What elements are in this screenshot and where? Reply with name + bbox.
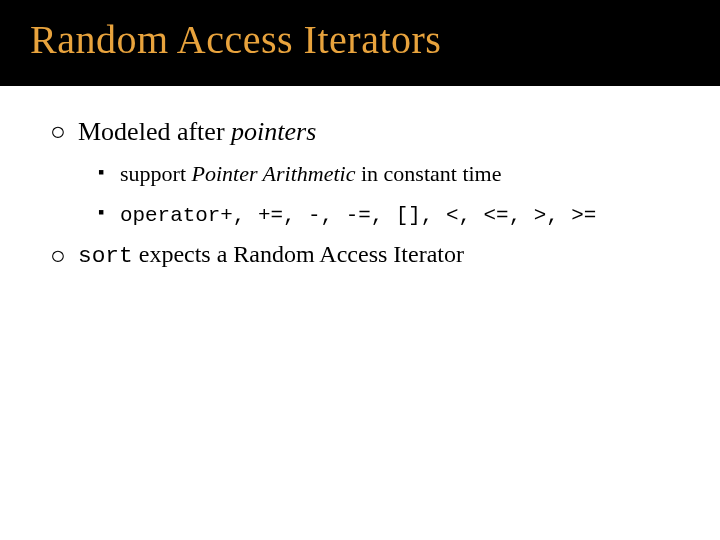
text-fragment: in constant time xyxy=(355,161,501,186)
text-fragment-italic: Pointer Arithmetic xyxy=(192,161,356,186)
circle-bullet-icon: ○ xyxy=(50,115,78,149)
list-item: ▪ support Pointer Arithmetic in constant… xyxy=(98,159,680,189)
bullet-text: Modeled after pointers xyxy=(78,114,316,149)
text-fragment-italic: pointers xyxy=(231,117,316,146)
list-item: ○ sort expects a Random Access Iterator xyxy=(50,238,680,272)
list-item: ○ Modeled after pointers xyxy=(50,114,680,149)
text-fragment: support xyxy=(120,161,192,186)
slide: Random Access Iterators ○ Modeled after … xyxy=(0,0,720,540)
code-fragment: operator+, +=, -, -=, [], <, <=, >, >= xyxy=(120,204,596,227)
square-bullet-icon: ▪ xyxy=(98,199,120,225)
slide-content: ○ Modeled after pointers ▪ support Point… xyxy=(0,86,720,272)
bullet-text: support Pointer Arithmetic in constant t… xyxy=(120,159,502,189)
square-bullet-icon: ▪ xyxy=(98,159,120,185)
code-fragment: sort xyxy=(78,243,133,269)
text-fragment: Modeled after xyxy=(78,117,231,146)
list-item: ▪ operator+, +=, -, -=, [], <, <=, >, >= xyxy=(98,199,680,230)
circle-bullet-icon: ○ xyxy=(50,239,78,273)
bullet-text: operator+, +=, -, -=, [], <, <=, >, >= xyxy=(120,199,596,230)
bullet-text: sort expects a Random Access Iterator xyxy=(78,238,464,272)
slide-title: Random Access Iterators xyxy=(30,18,720,62)
title-bar: Random Access Iterators xyxy=(0,0,720,86)
text-fragment: expects a Random Access Iterator xyxy=(133,241,464,267)
